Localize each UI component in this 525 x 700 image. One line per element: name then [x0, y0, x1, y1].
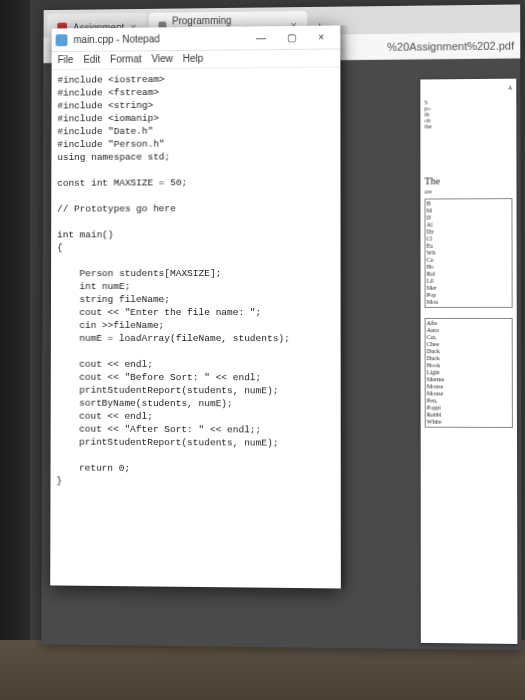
menu-edit[interactable]: Edit [83, 54, 100, 67]
notepad-window: main.cpp - Notepad — ▢ × File Edit Forma… [50, 25, 341, 588]
menu-file[interactable]: File [58, 54, 74, 67]
window-title: main.cpp - Notepad [73, 32, 246, 45]
notepad-icon [56, 34, 68, 46]
window-shadow [340, 25, 349, 588]
pdf-table-2: Afte Aura Cat, Chee Duck Duck Hook Light… [425, 318, 513, 428]
menu-help[interactable]: Help [183, 53, 203, 66]
menu-format[interactable]: Format [110, 53, 141, 66]
titlebar[interactable]: main.cpp - Notepad — ▢ × [52, 25, 341, 52]
pdf-page: A S po th ob the The are B M D Al Dy Cl … [420, 79, 517, 644]
pdf-table-1: B M D Al Dy Cl Fa Wh Ca Ho Ral Lil Mer P… [424, 198, 512, 308]
close-button[interactable]: × [306, 26, 336, 48]
maximize-button[interactable]: ▢ [276, 26, 306, 48]
frag-heading: The [424, 175, 512, 187]
frag: are [424, 188, 512, 194]
monitor-bezel [0, 0, 30, 700]
editor-body[interactable]: #include <iostream> #include <fstream> #… [50, 67, 341, 588]
address-fragment: %20Assignment%202.pdf [387, 39, 514, 52]
menu-view[interactable]: View [152, 53, 173, 66]
minimize-button[interactable]: — [246, 27, 276, 49]
